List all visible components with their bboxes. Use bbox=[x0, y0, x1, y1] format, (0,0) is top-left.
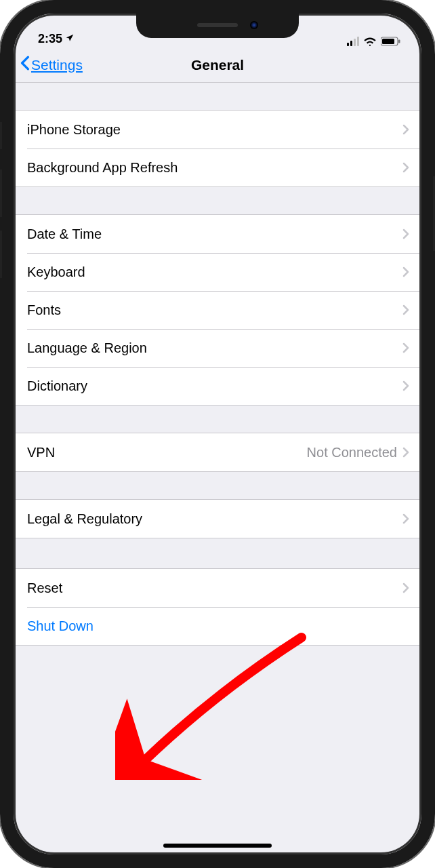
row-keyboard[interactable]: Keyboard bbox=[14, 253, 421, 291]
row-iphone-storage[interactable]: iPhone Storage bbox=[14, 111, 421, 149]
row-label: Background App Refresh bbox=[27, 160, 402, 176]
group-spacer bbox=[14, 406, 421, 433]
row-detail: Not Connected bbox=[307, 445, 397, 460]
chevron-right-icon bbox=[402, 267, 409, 277]
row-legal-regulatory[interactable]: Legal & Regulatory bbox=[14, 500, 421, 538]
row-label: VPN bbox=[27, 445, 307, 460]
chevron-right-icon bbox=[402, 162, 409, 173]
row-label: Reset bbox=[27, 580, 402, 596]
group-localization: Date & Time Keyboard Fonts Language & Re… bbox=[14, 214, 421, 406]
row-label: Fonts bbox=[27, 302, 402, 318]
screen: 2:35 Settings General bbox=[14, 14, 421, 854]
chevron-right-icon bbox=[402, 304, 409, 315]
row-background-app-refresh[interactable]: Background App Refresh bbox=[14, 149, 421, 186]
row-label: Legal & Regulatory bbox=[27, 511, 402, 527]
row-label: Shut Down bbox=[27, 618, 409, 634]
chevron-right-icon bbox=[402, 380, 409, 391]
group-legal: Legal & Regulatory bbox=[14, 499, 421, 538]
row-language-region[interactable]: Language & Region bbox=[14, 329, 421, 367]
back-label: Settings bbox=[31, 57, 83, 73]
row-dictionary[interactable]: Dictionary bbox=[14, 367, 421, 405]
chevron-right-icon bbox=[402, 124, 409, 135]
group-spacer bbox=[14, 472, 421, 499]
nav-bar: Settings General bbox=[14, 47, 421, 83]
row-label: Dictionary bbox=[27, 378, 402, 394]
row-shut-down[interactable]: Shut Down bbox=[14, 607, 421, 645]
device-notch bbox=[136, 12, 299, 38]
row-label: iPhone Storage bbox=[27, 122, 402, 138]
group-vpn: VPN Not Connected bbox=[14, 433, 421, 472]
group-reset: Reset Shut Down bbox=[14, 568, 421, 646]
back-button[interactable]: Settings bbox=[20, 56, 83, 74]
chevron-right-icon bbox=[402, 342, 409, 353]
location-arrow-icon bbox=[65, 32, 75, 46]
row-label: Date & Time bbox=[27, 226, 402, 242]
chevron-left-icon bbox=[20, 56, 30, 74]
chevron-right-icon bbox=[402, 229, 409, 239]
mute-switch bbox=[0, 122, 2, 149]
chevron-right-icon bbox=[402, 583, 409, 593]
row-label: Keyboard bbox=[27, 264, 402, 280]
chevron-right-icon bbox=[402, 447, 409, 458]
svg-rect-2 bbox=[398, 40, 400, 43]
row-label: Language & Region bbox=[27, 340, 402, 356]
volume-up-button bbox=[0, 170, 2, 217]
cellular-signal-icon bbox=[347, 37, 359, 46]
group-spacer bbox=[14, 538, 421, 568]
group-spacer bbox=[14, 83, 421, 110]
home-indicator[interactable] bbox=[163, 844, 272, 848]
chevron-right-icon bbox=[402, 513, 409, 524]
status-left: 2:35 bbox=[38, 32, 75, 46]
settings-list[interactable]: iPhone Storage Background App Refresh Da… bbox=[14, 83, 421, 854]
svg-rect-1 bbox=[382, 39, 394, 44]
row-fonts[interactable]: Fonts bbox=[14, 291, 421, 329]
group-spacer bbox=[14, 187, 421, 214]
status-time: 2:35 bbox=[38, 32, 62, 46]
row-reset[interactable]: Reset bbox=[14, 569, 421, 607]
volume-down-button bbox=[0, 231, 2, 278]
battery-icon bbox=[381, 37, 401, 46]
wifi-icon bbox=[363, 37, 377, 46]
row-date-time[interactable]: Date & Time bbox=[14, 215, 421, 253]
row-vpn[interactable]: VPN Not Connected bbox=[14, 433, 421, 471]
group-storage: iPhone Storage Background App Refresh bbox=[14, 110, 421, 187]
status-right bbox=[347, 37, 401, 46]
